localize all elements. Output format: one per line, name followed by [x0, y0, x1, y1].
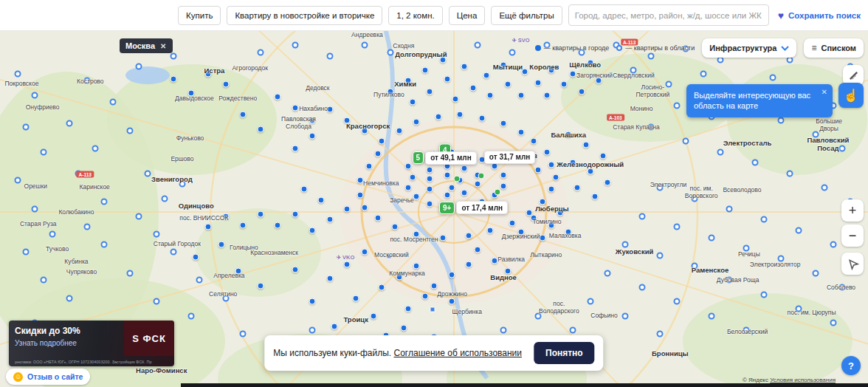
apartment-marker-city[interactable] — [457, 112, 464, 118]
apartment-marker-city[interactable] — [257, 282, 264, 289]
apartment-marker-area[interactable] — [535, 312, 542, 319]
apartment-marker-city[interactable] — [570, 160, 576, 166]
apartment-marker-area[interactable] — [674, 224, 681, 230]
apartment-marker-city[interactable] — [469, 85, 476, 92]
apartment-marker-area[interactable] — [760, 291, 767, 298]
apartment-marker-area[interactable] — [656, 330, 663, 337]
map-canvas[interactable]: АндреевкаСходняДолгопрудныйХимкиПутилков… — [0, 31, 868, 387]
city-chip-remove-icon[interactable]: ✕ — [160, 42, 166, 50]
apartment-marker-city[interactable] — [422, 293, 429, 300]
ad-banner[interactable]: Скидки до 30% Узнать подробнее реклама: … — [9, 321, 174, 366]
apartment-marker-city[interactable] — [492, 257, 498, 264]
apartment-marker-area[interactable] — [830, 242, 836, 248]
save-search-button[interactable]: ♥ Сохранить поиск — [778, 10, 861, 21]
apartment-marker-area[interactable] — [787, 170, 793, 177]
apartment-marker-city[interactable] — [413, 263, 420, 270]
apartment-marker-city[interactable] — [205, 224, 212, 230]
apartment-marker-city[interactable] — [570, 70, 576, 77]
apartment-marker-area[interactable] — [509, 49, 515, 55]
apartment-marker-city[interactable] — [404, 305, 411, 312]
apartment-marker-area[interactable] — [326, 52, 333, 59]
apartment-marker-city[interactable] — [404, 185, 411, 191]
apartment-marker-area[interactable] — [709, 312, 715, 319]
apartment-marker-city[interactable] — [552, 174, 559, 180]
apartment-marker-city[interactable] — [517, 92, 524, 98]
apartment-marker-city[interactable] — [565, 131, 572, 137]
apartment-marker-area[interactable] — [752, 160, 759, 166]
apartment-marker-area[interactable] — [795, 305, 802, 312]
apartment-marker-city[interactable] — [275, 222, 281, 228]
apartment-marker-city[interactable] — [500, 172, 507, 179]
feedback-button[interactable]: ☺ Отзыв о сайте — [6, 369, 90, 385]
apartment-marker-city[interactable] — [326, 216, 333, 223]
apartment-marker-city[interactable] — [444, 76, 450, 83]
apartment-marker-city[interactable] — [540, 234, 546, 241]
apartment-marker-city[interactable] — [240, 112, 247, 118]
apartment-marker-area[interactable] — [665, 81, 672, 88]
apartment-marker-area[interactable] — [778, 256, 785, 262]
apartment-marker-city[interactable] — [396, 273, 402, 280]
cookie-accept-button[interactable]: Понятно — [534, 342, 595, 364]
apartment-marker-area[interactable] — [127, 270, 134, 276]
property-type-button[interactable]: Квартиру в новостройке и вторичке — [227, 6, 382, 25]
apartment-marker-city[interactable] — [413, 230, 420, 237]
apartment-marker-city[interactable] — [578, 88, 585, 95]
apartment-marker-city[interactable] — [361, 127, 368, 134]
apartment-marker-area[interactable] — [179, 181, 185, 188]
apartment-marker-city[interactable] — [409, 99, 416, 106]
apartment-marker-city[interactable] — [548, 186, 554, 193]
apartment-marker-city[interactable] — [444, 191, 450, 198]
apartment-marker-city[interactable] — [331, 323, 337, 330]
apartment-marker-area[interactable] — [309, 326, 316, 333]
apartment-marker-city[interactable] — [500, 61, 507, 68]
apartment-marker-area[interactable] — [153, 230, 159, 237]
apartment-marker-area[interactable] — [109, 99, 116, 106]
apartment-marker-city[interactable] — [326, 106, 333, 113]
apartment-marker-area[interactable] — [222, 295, 229, 301]
apartment-marker-city[interactable] — [396, 127, 402, 134]
apartment-marker-city[interactable] — [292, 145, 298, 152]
apartment-marker-city[interactable] — [365, 163, 372, 170]
apartment-marker-area[interactable] — [32, 92, 38, 98]
apartment-marker-city[interactable] — [427, 166, 433, 173]
apartment-marker-city[interactable] — [187, 90, 194, 97]
apartment-marker-area[interactable] — [760, 216, 767, 223]
apartment-marker-new[interactable] — [478, 173, 484, 179]
apartment-marker-city[interactable] — [461, 165, 468, 171]
apartment-marker-city[interactable] — [557, 209, 563, 216]
apartment-marker-area[interactable] — [83, 78, 90, 84]
apartment-marker-city[interactable] — [318, 196, 325, 203]
geolocation-button[interactable] — [841, 253, 864, 275]
apartment-marker-city[interactable] — [500, 120, 507, 127]
apartment-marker-area[interactable] — [700, 70, 706, 77]
apartment-marker-city[interactable] — [404, 163, 411, 170]
apartment-marker-area[interactable] — [170, 52, 177, 59]
apartment-marker-city[interactable] — [374, 151, 381, 157]
apartment-marker-city[interactable] — [461, 190, 468, 196]
apartment-marker-city[interactable] — [379, 138, 385, 145]
area-select-tool-button[interactable]: ☝ — [838, 83, 864, 108]
apartment-marker-city[interactable] — [292, 104, 298, 111]
apartment-marker-area[interactable] — [49, 230, 55, 237]
apartment-marker-city[interactable] — [591, 194, 598, 200]
apartment-marker-city[interactable] — [357, 191, 364, 198]
apartment-marker-area[interactable] — [743, 245, 750, 252]
apartment-marker-area[interactable] — [66, 120, 73, 127]
apartment-marker-city[interactable] — [466, 261, 472, 267]
more-filters-button[interactable]: Ещё фильтры — [491, 6, 562, 25]
apartment-marker-area[interactable] — [153, 298, 159, 305]
apartment-marker-city[interactable] — [326, 275, 333, 281]
list-view-button[interactable]: ≡ Списком — [804, 38, 864, 58]
tooltip-close-icon[interactable]: ✕ — [822, 87, 827, 97]
apartment-marker-area[interactable] — [813, 270, 819, 276]
apartment-marker-city[interactable] — [413, 118, 420, 125]
apartment-marker-city[interactable] — [235, 268, 242, 275]
apartment-marker-area[interactable] — [830, 320, 836, 326]
apartment-marker-city[interactable] — [292, 211, 298, 218]
apartment-marker-city[interactable] — [344, 261, 351, 267]
apartment-marker-area[interactable] — [187, 312, 194, 319]
apartment-marker-area[interactable] — [388, 49, 394, 55]
apartment-marker-city[interactable] — [218, 242, 224, 248]
apartment-marker-area[interactable] — [795, 227, 802, 233]
apartment-marker-city[interactable] — [374, 215, 381, 222]
